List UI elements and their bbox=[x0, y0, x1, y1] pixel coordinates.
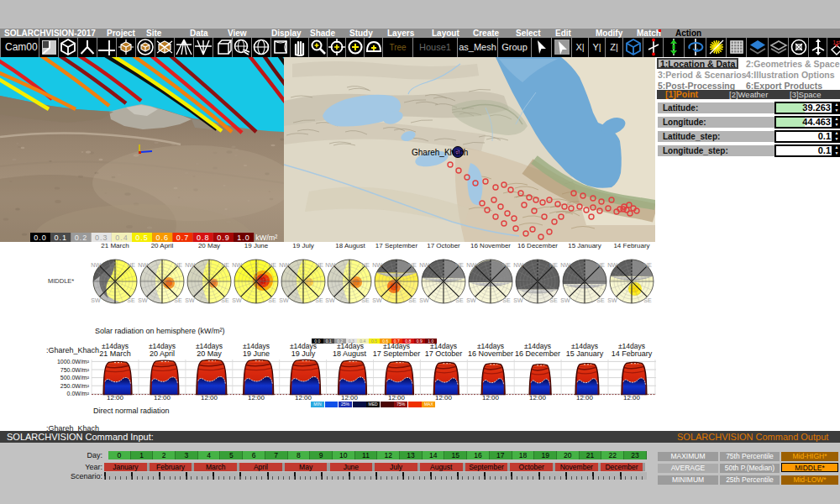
svg-text:0.5: 0.5 bbox=[135, 234, 149, 242]
svg-text:SW: SW bbox=[419, 297, 429, 303]
svg-text:NW: NW bbox=[185, 262, 195, 268]
svg-text:SW: SW bbox=[372, 297, 382, 303]
svg-text:SW: SW bbox=[560, 297, 570, 303]
svg-text:SW: SW bbox=[279, 297, 289, 303]
svg-text:SW: SW bbox=[91, 297, 101, 303]
svg-text:NW: NW bbox=[138, 262, 148, 268]
svg-text:0.3: 0.3 bbox=[95, 234, 108, 242]
svg-text:NW: NW bbox=[325, 262, 335, 268]
svg-text:Ghareh_Khach: Ghareh_Khach bbox=[412, 148, 468, 157]
svg-text:0.6: 0.6 bbox=[156, 234, 170, 242]
svg-text:SW: SW bbox=[185, 297, 195, 303]
svg-text:NW: NW bbox=[232, 262, 242, 268]
svg-text:SW: SW bbox=[138, 297, 148, 303]
svg-text:NW: NW bbox=[607, 262, 617, 268]
svg-text:NW: NW bbox=[372, 262, 382, 268]
svg-text:NW: NW bbox=[513, 262, 523, 268]
svg-text:0.1: 0.1 bbox=[55, 234, 68, 242]
svg-text:SW: SW bbox=[513, 297, 523, 303]
svg-text:NW: NW bbox=[560, 262, 570, 268]
svg-text:NW: NW bbox=[419, 262, 429, 268]
svg-text:SW: SW bbox=[466, 297, 476, 303]
svg-text:0.9: 0.9 bbox=[217, 234, 230, 242]
svg-text:SE: SE bbox=[643, 297, 652, 303]
svg-text:NW: NW bbox=[279, 262, 289, 268]
svg-text:SW: SW bbox=[232, 297, 242, 303]
svg-text:0.7: 0.7 bbox=[176, 234, 190, 242]
svg-text:kW/m²: kW/m² bbox=[255, 234, 277, 242]
svg-text:NW: NW bbox=[466, 262, 476, 268]
svg-text:0.4: 0.4 bbox=[115, 234, 129, 242]
svg-text:1.0: 1.0 bbox=[237, 234, 250, 242]
svg-text:NW: NW bbox=[91, 262, 101, 268]
svg-text:NE: NE bbox=[643, 262, 652, 268]
svg-text:0.0: 0.0 bbox=[34, 234, 47, 242]
svg-text:0.8: 0.8 bbox=[197, 234, 210, 242]
svg-text:0.2: 0.2 bbox=[75, 234, 88, 242]
svg-text:SW: SW bbox=[607, 297, 617, 303]
svg-text:SW: SW bbox=[325, 297, 335, 303]
